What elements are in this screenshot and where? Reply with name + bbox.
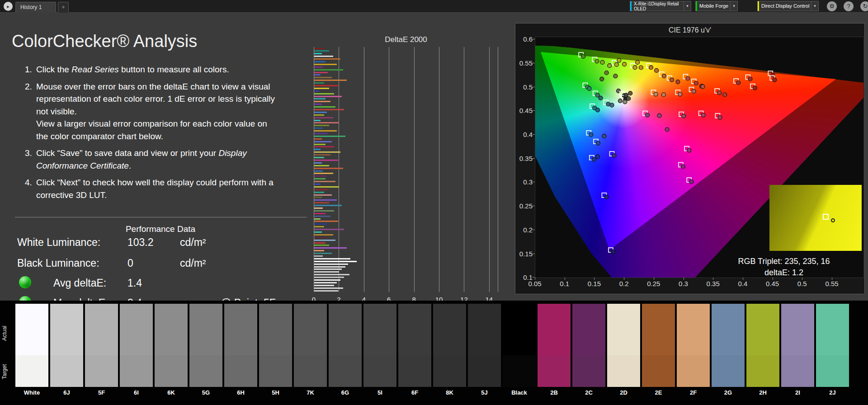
color-patch[interactable] (572, 304, 605, 387)
display-control-dropdown[interactable]: Direct Display Control ▾ (757, 1, 819, 11)
deltae-bar[interactable] (314, 184, 321, 185)
deltae-bar[interactable] (314, 226, 324, 227)
deltae-bar[interactable] (314, 160, 338, 161)
deltae-bar[interactable] (314, 210, 334, 212)
deltae-bar[interactable] (314, 290, 338, 292)
chevron-down-icon[interactable]: ▾ (684, 1, 691, 11)
deltae-bar[interactable] (314, 151, 340, 153)
deltae-bar[interactable] (314, 61, 326, 62)
power-icon[interactable]: ↻ (860, 1, 868, 11)
color-patch[interactable] (538, 304, 571, 387)
deltae-bar[interactable] (314, 218, 321, 220)
deltae-bar[interactable] (314, 237, 327, 238)
add-tab-button[interactable]: + (58, 2, 69, 13)
color-patch[interactable] (433, 304, 466, 387)
deltae-bar[interactable] (314, 104, 322, 105)
deltae-bar[interactable] (314, 282, 337, 283)
color-patch[interactable] (15, 304, 48, 387)
deltae-bar[interactable] (314, 245, 329, 246)
deltae-bar[interactable] (314, 50, 329, 52)
deltae-bar[interactable] (314, 69, 343, 71)
color-patch[interactable] (712, 304, 745, 387)
deltae-bar[interactable] (314, 287, 343, 289)
deltae-bar[interactable] (314, 101, 330, 102)
color-patch[interactable] (85, 304, 118, 387)
deltae-bar[interactable] (314, 133, 328, 134)
deltae-bar[interactable] (314, 144, 326, 145)
deltae-bar[interactable] (314, 168, 343, 169)
deltae-bar[interactable] (314, 157, 324, 158)
color-patch[interactable] (155, 304, 188, 387)
deltae-bar[interactable] (314, 207, 323, 209)
deltae-bar[interactable] (314, 285, 334, 286)
color-patch[interactable] (781, 304, 814, 387)
color-patch[interactable] (329, 304, 362, 387)
color-patch[interactable] (607, 304, 640, 387)
color-patch[interactable] (50, 304, 83, 387)
deltae-bar[interactable] (314, 181, 335, 182)
deltae-bar[interactable] (314, 127, 323, 129)
color-patch[interactable] (746, 304, 779, 387)
deltae-bar[interactable] (314, 72, 328, 73)
color-patch[interactable] (259, 304, 292, 387)
deltae-bar[interactable] (314, 141, 332, 142)
deltae-bar[interactable] (314, 53, 322, 54)
deltae-bar[interactable] (314, 205, 342, 206)
deltae-bar[interactable] (314, 146, 334, 147)
deltae-bar[interactable] (314, 247, 347, 249)
deltae-bar[interactable] (314, 216, 330, 217)
deltae-bar[interactable] (314, 264, 348, 265)
deltae-bar[interactable] (314, 112, 327, 113)
deltae-bar[interactable] (314, 98, 326, 99)
chevron-down-icon[interactable]: ▾ (811, 1, 818, 11)
deltae-bar[interactable] (314, 178, 326, 179)
deltae-bar[interactable] (314, 109, 344, 110)
deltae-bar[interactable] (314, 77, 332, 78)
deltae-bar[interactable] (314, 93, 334, 94)
deltae-bar[interactable] (314, 138, 322, 140)
deltae-bar[interactable] (314, 258, 350, 259)
color-patch[interactable] (363, 304, 396, 387)
deltae-bar[interactable] (314, 242, 326, 244)
color-patch[interactable] (677, 304, 710, 387)
deltae-bar[interactable] (314, 277, 344, 278)
deltae-bar[interactable] (314, 122, 339, 123)
color-patch[interactable] (189, 304, 222, 387)
deltae-bar[interactable] (314, 48, 324, 49)
deltae-bar[interactable] (314, 85, 338, 86)
deltae-bar[interactable] (314, 90, 319, 92)
deltae-bar[interactable] (314, 165, 329, 166)
deltae-bar[interactable] (314, 96, 342, 97)
deltae-bar[interactable] (314, 80, 347, 81)
deltae-bar[interactable] (314, 173, 333, 174)
deltae-bar[interactable] (314, 149, 321, 150)
deltae-bar[interactable] (314, 223, 328, 225)
deltae-bar[interactable] (314, 114, 324, 116)
chevron-down-icon[interactable]: ▾ (730, 1, 737, 11)
help-icon[interactable]: ? (844, 1, 854, 11)
deltae-bar[interactable] (314, 58, 340, 60)
deltae-bar[interactable] (314, 170, 323, 172)
deltae-bar[interactable] (314, 64, 337, 65)
deltae-bar[interactable] (314, 213, 326, 214)
deltae-bar[interactable] (314, 186, 339, 188)
meter-selector-dropdown[interactable]: X-Rite i1Display Retail OLED ▾ (630, 1, 691, 11)
deltae-bar[interactable] (314, 136, 345, 137)
deltae-bar[interactable] (314, 253, 332, 254)
deltae-bar[interactable] (314, 120, 321, 121)
deltae-bar[interactable] (314, 271, 339, 273)
deltae-bar[interactable] (314, 229, 344, 230)
deltae-bar[interactable] (314, 279, 340, 281)
deltae-bar[interactable] (314, 274, 349, 275)
color-patch[interactable] (503, 304, 536, 387)
deltae-bar[interactable] (314, 106, 335, 108)
deltae-bar[interactable] (314, 125, 329, 126)
deltae-bar[interactable] (314, 231, 322, 233)
deltae-bar[interactable] (314, 199, 337, 201)
deltae-bar[interactable] (314, 154, 330, 155)
color-patch[interactable] (642, 304, 675, 387)
deltae-bar[interactable] (314, 56, 333, 57)
deltae-bar[interactable] (314, 130, 337, 132)
deltae-bar[interactable] (314, 194, 332, 196)
deltae-bar[interactable] (314, 250, 324, 251)
